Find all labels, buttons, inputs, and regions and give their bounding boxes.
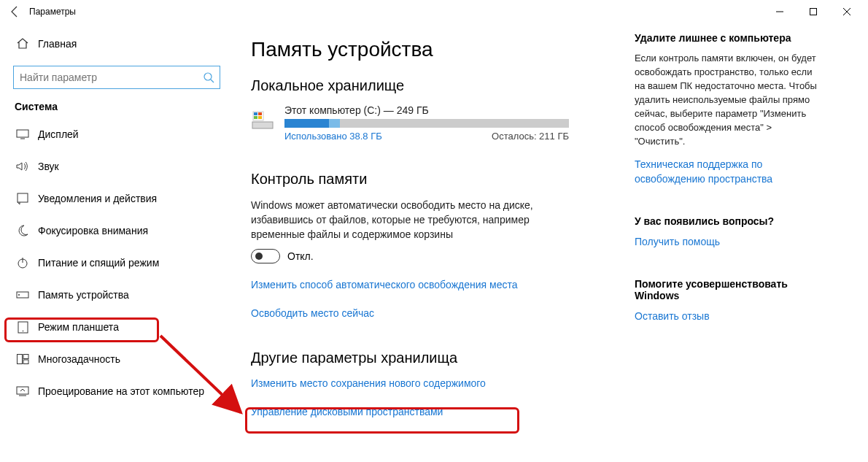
annotation-highlight-change-location	[245, 407, 519, 434]
back-button[interactable]	[4, 1, 25, 22]
aside-feedback-link[interactable]: Оставить отзыв	[635, 309, 824, 323]
svg-rect-12	[17, 387, 28, 394]
sound-icon	[15, 161, 31, 172]
remaining-text: Осталось: 211 ГБ	[492, 131, 569, 142]
drive-row[interactable]: Этот компьютер (C:) — 249 ГБ Использован…	[251, 104, 627, 142]
aside-clean-body: Если контроль памяти включен, он будет о…	[635, 51, 824, 148]
storage-sense-title: Контроль памяти	[251, 171, 627, 188]
close-button[interactable]	[830, 0, 864, 23]
svg-rect-15	[254, 112, 257, 115]
window-title: Параметры	[29, 7, 76, 17]
svg-point-6	[18, 294, 20, 296]
annotation-highlight-sidebar-storage	[4, 317, 159, 342]
titlebar: Параметры	[0, 0, 868, 23]
sidebar-item-notifications[interactable]: Уведомления и действия	[0, 182, 233, 215]
other-storage-title: Другие параметры хранилища	[251, 350, 627, 366]
aside-questions-title: У вас появились вопросы?	[635, 215, 824, 227]
aside-clean-title: Удалите лишнее с компьютера	[635, 32, 824, 44]
drive-icon	[251, 107, 276, 132]
svg-rect-2	[17, 130, 28, 137]
aside-help-link[interactable]: Получить помощь	[635, 234, 824, 249]
sidebar-item-label: Питание и спящий режим	[38, 257, 159, 269]
change-save-location-link[interactable]: Изменить место сохранения нового содержи…	[251, 377, 486, 389]
sidebar-item-project[interactable]: Проецирование на этот компьютер	[0, 375, 233, 407]
sidebar-item-label: Память устройства	[38, 289, 129, 301]
sidebar-item-storage[interactable]: Память устройства	[0, 279, 233, 311]
sidebar-item-label: Проецирование на этот компьютер	[38, 385, 204, 397]
sidebar-item-label: Уведомления и действия	[38, 193, 157, 204]
sidebar-item-label: Фокусировка внимания	[38, 225, 148, 236]
display-icon	[15, 129, 31, 139]
sidebar-item-sound[interactable]: Звук	[0, 150, 233, 182]
free-now-link[interactable]: Освободить место сейчас	[251, 307, 374, 319]
aside-panel: Удалите лишнее с компьютера Если контрол…	[627, 32, 824, 462]
main-content: Память устройства Локальное хранилище Эт…	[233, 32, 627, 462]
sidebar-item-focus[interactable]: Фокусировка внимания	[0, 215, 233, 247]
search-input-container[interactable]	[13, 66, 220, 89]
page-title: Память устройства	[251, 38, 627, 61]
svg-rect-18	[258, 116, 262, 119]
svg-point-1	[204, 73, 212, 80]
sidebar-item-label: Многозадачность	[38, 353, 120, 365]
storage-sense-toggle[interactable]	[251, 249, 280, 263]
aside-feedback-title: Помогите усовершенствовать Windows	[635, 278, 824, 301]
project-icon	[15, 386, 31, 396]
svg-rect-10	[23, 355, 28, 359]
svg-rect-11	[23, 360, 28, 364]
storage-sense-desc: Windows может автоматически освободить м…	[251, 198, 557, 242]
sidebar-group-title: Система	[15, 101, 233, 112]
sidebar: Главная Система Дисплей Звук Уведомления…	[0, 23, 233, 462]
change-auto-free-link[interactable]: Изменить способ автоматического освобожд…	[251, 279, 517, 290]
svg-rect-3	[18, 193, 28, 202]
sidebar-item-label: Звук	[38, 161, 59, 172]
notifications-icon	[15, 193, 31, 204]
multitask-icon	[15, 354, 31, 364]
home-icon	[15, 37, 31, 50]
sidebar-home[interactable]: Главная	[0, 29, 233, 58]
svg-rect-0	[810, 9, 817, 15]
sidebar-item-power[interactable]: Питание и спящий режим	[0, 247, 233, 279]
drive-name: Этот компьютер (C:) — 249 ГБ	[284, 104, 569, 116]
minimize-button[interactable]	[763, 0, 797, 23]
search-input[interactable]	[14, 72, 198, 83]
sidebar-item-multitask[interactable]: Многозадачность	[0, 343, 233, 375]
toggle-state-label: Откл.	[287, 250, 314, 262]
svg-rect-16	[258, 112, 262, 115]
sidebar-item-display[interactable]: Дисплей	[0, 118, 233, 150]
svg-rect-13	[252, 122, 273, 128]
moon-icon	[15, 225, 31, 236]
sidebar-item-label: Дисплей	[38, 128, 79, 140]
maximize-button[interactable]	[797, 0, 830, 23]
local-storage-title: Локальное хранилище	[251, 77, 627, 94]
drive-progress	[284, 119, 569, 128]
svg-rect-9	[17, 355, 22, 364]
svg-rect-17	[254, 116, 257, 119]
used-link[interactable]: Использовано 38.8 ГБ	[284, 131, 382, 142]
power-icon	[15, 257, 31, 269]
sidebar-home-label: Главная	[38, 38, 77, 50]
aside-support-link[interactable]: Техническая поддержка по освобождению пр…	[635, 157, 824, 186]
search-icon	[198, 72, 220, 83]
storage-icon	[15, 291, 31, 299]
